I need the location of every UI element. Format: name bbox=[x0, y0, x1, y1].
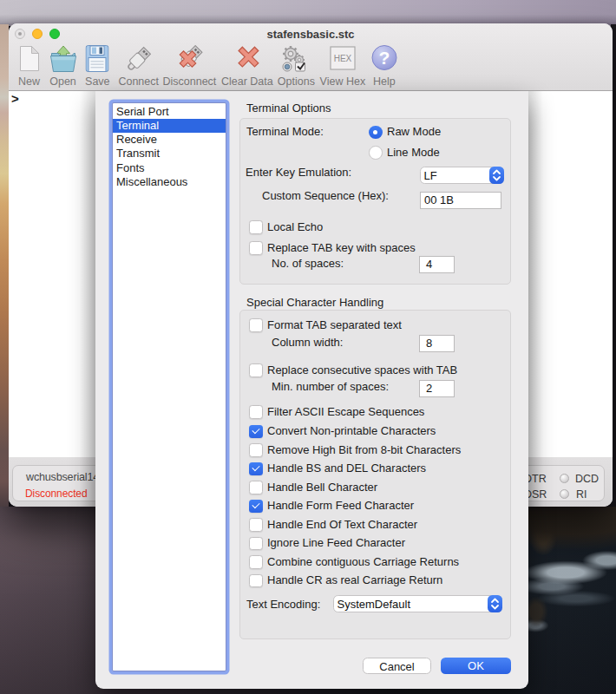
svg-text:?: ? bbox=[378, 48, 390, 68]
svg-text:HEX: HEX bbox=[334, 54, 352, 63]
